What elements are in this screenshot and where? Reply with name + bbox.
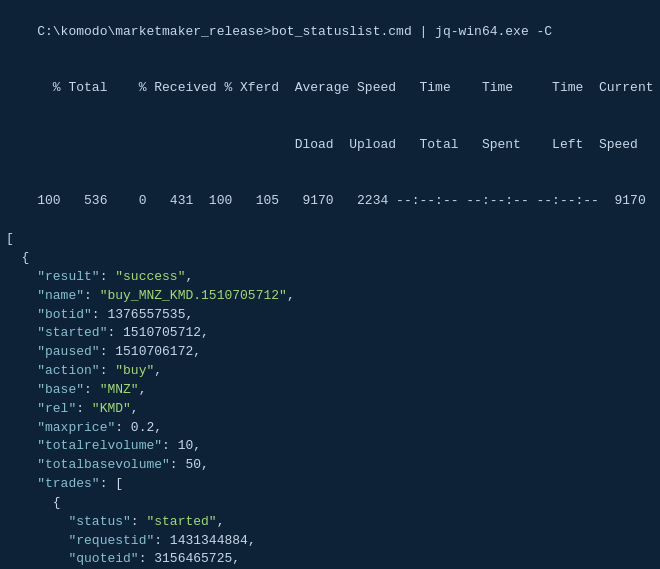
curl-header1: % Total % Received % Xferd Average Speed…	[37, 80, 653, 95]
prompt-text: C:\komodo\marketmaker_release>bot_status…	[37, 24, 552, 39]
json-action: "action": "buy",	[6, 362, 654, 381]
json-base: "base": "MNZ",	[6, 381, 654, 400]
json-quoteid: "quoteid": 3156465725,	[6, 550, 654, 569]
prompt-line: C:\komodo\marketmaker_release>bot_status…	[6, 4, 654, 61]
json-started: "started": 1510705712,	[6, 324, 654, 343]
json-requestid: "requestid": 1431344884,	[6, 532, 654, 551]
json-obj-open: {	[6, 249, 654, 268]
json-rel: "rel": "KMD",	[6, 400, 654, 419]
json-botid: "botid": 1376557535,	[6, 306, 654, 325]
json-trade-open: {	[6, 494, 654, 513]
curl-header-line1: % Total % Received % Xferd Average Speed…	[6, 61, 654, 118]
json-paused: "paused": 1510706172,	[6, 343, 654, 362]
curl-header-line2: Dload Upload Total Spent Left Speed	[6, 117, 654, 174]
curl-data-line: 100 536 0 431 100 105 9170 2234 --:--:--…	[6, 174, 654, 231]
json-totalbasevolume: "totalbasevolume": 50,	[6, 456, 654, 475]
json-trades-key: "trades": [	[6, 475, 654, 494]
json-totalrelvolume: "totalrelvolume": 10,	[6, 437, 654, 456]
json-result: "result": "success",	[6, 268, 654, 287]
json-status: "status": "started",	[6, 513, 654, 532]
json-name: "name": "buy_MNZ_KMD.1510705712",	[6, 287, 654, 306]
json-open-bracket: [	[6, 230, 654, 249]
curl-data: 100 536 0 431 100 105 9170 2234 --:--:--…	[37, 193, 646, 208]
curl-header2: Dload Upload Total Spent Left Speed	[37, 137, 638, 152]
terminal-window: C:\komodo\marketmaker_release>bot_status…	[6, 4, 654, 569]
json-maxprice: "maxprice": 0.2,	[6, 419, 654, 438]
